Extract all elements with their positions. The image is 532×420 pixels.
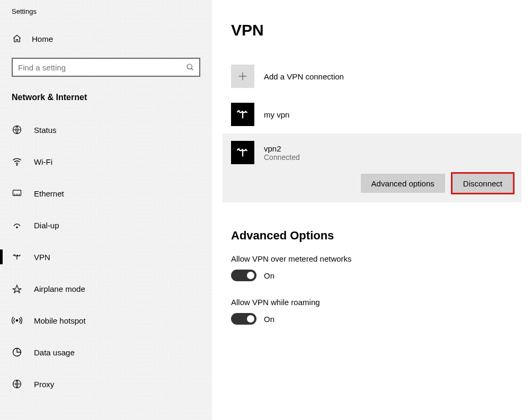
vpn-name: my vpn — [264, 110, 289, 119]
sidebar: Settings Home Network & Internet Status … — [0, 0, 212, 420]
vpn-connection-selected[interactable]: vpn2 Connected Advanced options Disconne… — [223, 133, 521, 202]
nav-label: VPN — [34, 253, 50, 262]
switch-state: On — [264, 271, 274, 280]
advanced-options-button[interactable]: Advanced options — [361, 174, 445, 193]
vpn-actions: Advanced options Disconnect — [231, 174, 513, 193]
nav-label: Dial-up — [34, 221, 59, 230]
svg-point-5 — [16, 319, 17, 321]
svg-point-4 — [16, 227, 17, 228]
nav-label: Mobile hotspot — [34, 316, 86, 325]
nav-item-airplane[interactable]: Airplane mode — [0, 273, 212, 305]
nav-item-hotspot[interactable]: Mobile hotspot — [0, 305, 212, 336]
home-icon — [12, 33, 22, 44]
toggle-roaming: Allow VPN while roaming On — [231, 298, 521, 326]
airplane-icon — [12, 283, 22, 294]
vpn-tile-icon — [231, 103, 254, 126]
nav-item-datausage[interactable]: Data usage — [0, 336, 212, 368]
nav-item-proxy[interactable]: Proxy — [0, 368, 212, 400]
vpn-list: Add a VPN connection my vpn vpn2 Connect… — [231, 57, 521, 202]
home-label: Home — [32, 34, 53, 43]
toggle-roaming-switch[interactable]: On — [231, 313, 274, 325]
nav-item-dialup[interactable]: Dial-up — [0, 209, 212, 241]
datausage-icon — [12, 347, 22, 358]
vpn-tile-icon — [231, 141, 254, 164]
nav-item-status[interactable]: Status — [0, 114, 212, 146]
toggle-metered: Allow VPN over metered networks On — [231, 254, 521, 283]
svg-point-2 — [16, 164, 17, 165]
search-input[interactable] — [12, 58, 200, 77]
nav-label: Proxy — [34, 380, 54, 389]
window-title: Settings — [0, 7, 212, 27]
svg-point-0 — [187, 64, 192, 69]
search-box[interactable] — [12, 58, 200, 77]
nav-item-wifi[interactable]: Wi-Fi — [0, 146, 212, 177]
nav-item-ethernet[interactable]: Ethernet — [0, 177, 212, 209]
toggle-label: Allow VPN while roaming — [231, 298, 521, 307]
page-title: VPN — [231, 21, 521, 39]
toggle-metered-switch[interactable]: On — [231, 270, 274, 281]
hotspot-icon — [12, 315, 22, 326]
main-pane: VPN Add a VPN connection my vpn vpn2 — [212, 0, 532, 420]
advanced-heading: Advanced Options — [231, 229, 521, 243]
category-heading: Network & Internet — [0, 87, 212, 114]
wifi-icon — [12, 156, 22, 167]
globe-icon — [12, 124, 22, 135]
nav-label: Status — [34, 126, 57, 135]
switch-state: On — [264, 315, 274, 324]
plus-icon — [231, 65, 254, 88]
disconnect-button[interactable]: Disconnect — [453, 174, 513, 193]
nav-label: Ethernet — [34, 189, 64, 198]
search-icon — [185, 62, 195, 72]
switch-on-icon — [231, 313, 256, 325]
add-vpn-label: Add a VPN connection — [264, 72, 344, 81]
dialup-icon — [12, 220, 22, 230]
ethernet-icon — [12, 188, 22, 199]
switch-on-icon — [231, 270, 256, 281]
proxy-icon — [12, 379, 22, 389]
nav-item-vpn[interactable]: VPN — [0, 241, 212, 273]
home-link[interactable]: Home — [0, 27, 212, 50]
vpn-status: Connected — [264, 153, 300, 162]
nav-label: Wi-Fi — [34, 157, 52, 166]
nav-label: Data usage — [34, 348, 75, 357]
add-vpn-row[interactable]: Add a VPN connection — [231, 57, 521, 95]
vpn-icon — [12, 252, 22, 262]
vpn-connection-row[interactable]: my vpn — [231, 95, 521, 133]
toggle-label: Allow VPN over metered networks — [231, 254, 521, 263]
vpn-name: vpn2 — [264, 144, 300, 153]
nav-list: Status Wi-Fi Ethernet Dial-up VPN — [0, 114, 212, 400]
nav-label: Airplane mode — [34, 284, 85, 293]
